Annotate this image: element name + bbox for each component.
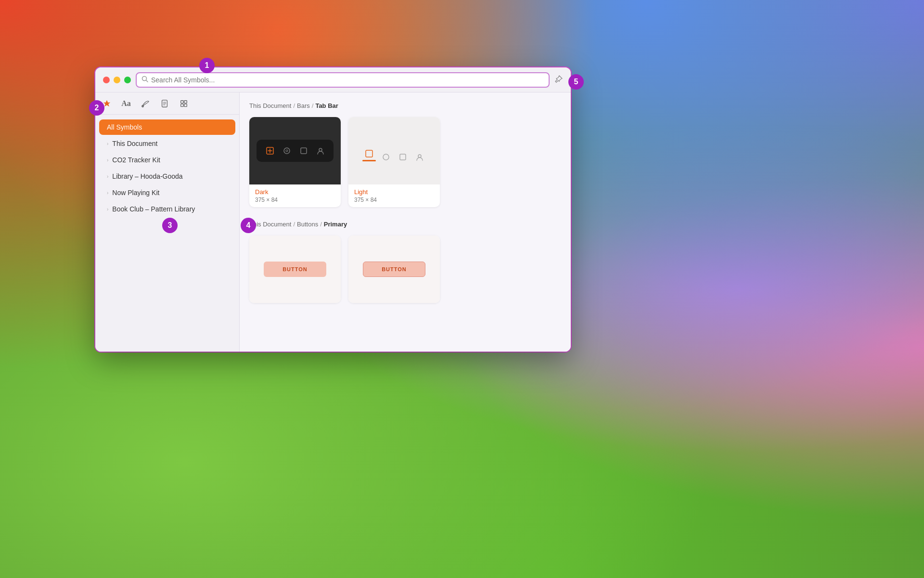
svg-rect-7 (184, 104, 187, 106)
sidebar-item-hooda-gooda[interactable]: › Library – Hooda-Gooda (99, 169, 235, 184)
svg-point-14 (383, 154, 389, 160)
light-tab-icon-2 (381, 148, 391, 161)
symbol-card-tab-bar-light[interactable]: Light 375 × 84 (348, 117, 440, 207)
light-tab-icon-1 (364, 148, 374, 161)
svg-rect-11 (301, 148, 307, 154)
main-window: Aa (95, 67, 571, 352)
svg-rect-5 (184, 100, 187, 103)
minimize-button[interactable] (114, 77, 120, 83)
svg-rect-13 (366, 150, 372, 157)
sidebar-item-all-symbols[interactable]: All Symbols (99, 119, 235, 135)
svg-point-10 (286, 150, 288, 152)
button-preview-2: Button (363, 262, 425, 277)
maximize-button[interactable] (124, 77, 131, 83)
symbol-preview-dark (249, 117, 341, 184)
annotation-badge-4: 4 (241, 218, 256, 233)
main-content[interactable]: This Document / Bars / Tab Bar (240, 92, 571, 352)
breadcrumb-current-s2: Primary (324, 221, 347, 228)
toolbar-paint-icon[interactable] (140, 98, 151, 109)
symbol-card-button-2[interactable]: Button (348, 236, 440, 303)
sidebar-item-label: Now Playing Kit (112, 189, 159, 197)
sidebar-item-label: Book Club – Pattern Library (112, 205, 195, 213)
pin-icon[interactable] (554, 75, 563, 85)
toolbar-doc-icon[interactable] (159, 98, 170, 109)
sidebar-item-label: Library – Hooda-Gooda (112, 172, 182, 180)
symbol-label-dark: Dark 375 × 84 (249, 184, 341, 207)
section-2-breadcrumb: This Document / Buttons / Primary (249, 221, 561, 228)
breadcrumb-current: Tab Bar (315, 102, 338, 109)
search-icon (141, 76, 148, 84)
chevron-icon: › (107, 207, 108, 212)
symbols-grid-buttons: Button Button (249, 236, 561, 303)
section-1-breadcrumb: This Document / Bars / Tab Bar (249, 102, 561, 109)
tab-icon-4 (316, 146, 325, 156)
chevron-icon: › (107, 141, 108, 146)
symbol-preview-light (348, 117, 440, 184)
annotation-badge-3: 3 (162, 218, 178, 233)
symbol-size-light: 375 × 84 (354, 197, 434, 203)
titlebar-right (554, 75, 563, 85)
toolbar-grid-icon[interactable] (178, 98, 190, 109)
svg-point-16 (418, 155, 421, 158)
svg-rect-4 (181, 100, 183, 103)
tab-icon-3 (299, 146, 308, 156)
active-tab-indicator (362, 160, 376, 161)
traffic-lights (103, 77, 131, 83)
breadcrumb-separator: / (293, 102, 295, 109)
annotation-badge-1: 1 (199, 58, 215, 73)
symbol-preview-button-2: Button (348, 236, 440, 303)
annotation-badge-2: 2 (89, 100, 104, 116)
symbol-name-light: Light (354, 188, 434, 196)
breadcrumb-separator-2-s2: / (320, 221, 322, 228)
symbol-card-tab-bar-dark[interactable]: Dark 375 × 84 (249, 117, 341, 207)
search-input[interactable] (151, 76, 544, 84)
sidebar-item-label: All Symbols (107, 123, 142, 131)
titlebar (95, 67, 571, 92)
chevron-icon: › (107, 158, 108, 163)
chevron-icon: › (107, 174, 108, 179)
sidebar-item-this-document[interactable]: › This Document (99, 136, 235, 151)
breadcrumb-separator-s2: / (293, 221, 295, 228)
sidebar-list: All Symbols › This Document › CO2 Tracke… (95, 115, 239, 352)
sidebar-item-co2-tracker[interactable]: › CO2 Tracker Kit (99, 152, 235, 168)
breadcrumb-part-2: Bars (297, 102, 310, 109)
symbol-card-button-1[interactable]: Button (249, 236, 341, 303)
symbol-label-light: Light 375 × 84 (348, 184, 440, 207)
sidebar-item-book-club[interactable]: › Book Club – Pattern Library (99, 201, 235, 217)
button-preview-1: Button (264, 262, 326, 277)
symbol-name-dark: Dark (255, 188, 335, 196)
symbols-grid-tab-bar: Dark 375 × 84 (249, 117, 561, 207)
annotation-badge-5: 5 (568, 74, 584, 90)
search-bar[interactable] (136, 72, 550, 88)
breadcrumb-separator-2: / (312, 102, 314, 109)
tab-bar-light (356, 136, 433, 165)
close-button[interactable] (103, 77, 110, 83)
breadcrumb-part-2-s2: Buttons (297, 221, 318, 228)
toolbar-text-icon[interactable]: Aa (120, 98, 132, 109)
light-tab-icon-3 (398, 148, 408, 161)
sidebar-item-label: CO2 Tracker Kit (112, 156, 160, 164)
sidebar-item-now-playing[interactable]: › Now Playing Kit (99, 185, 235, 200)
breadcrumb-part-1: This Document (249, 102, 291, 109)
svg-point-12 (319, 148, 322, 151)
svg-line-1 (146, 80, 148, 82)
svg-rect-6 (181, 104, 183, 106)
tab-icon-2 (282, 146, 292, 156)
tab-icon-1 (265, 146, 275, 156)
sidebar-toolbar: Aa (95, 92, 239, 115)
symbol-preview-button-1: Button (249, 236, 341, 303)
tab-bar-dark (257, 140, 334, 162)
svg-rect-15 (400, 154, 406, 160)
svg-point-9 (284, 148, 290, 154)
light-tab-icon-4 (415, 148, 424, 161)
sidebar-item-label: This Document (112, 140, 157, 147)
chevron-icon: › (107, 190, 108, 196)
symbol-size-dark: 375 × 84 (255, 197, 335, 203)
